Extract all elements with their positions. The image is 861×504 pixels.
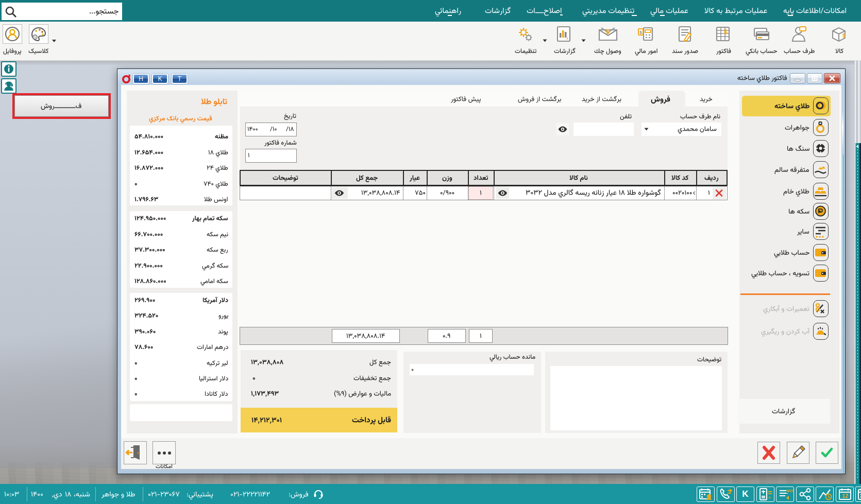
svg-text:=: = (768, 495, 771, 500)
svg-text:$: $ (842, 32, 846, 39)
svg-text:$: $ (606, 28, 610, 36)
svg-text:$: $ (639, 30, 642, 35)
svg-text:NOTE: NOTE (786, 489, 793, 493)
svg-text:12: 12 (842, 493, 848, 499)
svg-text:$: $ (724, 28, 728, 36)
